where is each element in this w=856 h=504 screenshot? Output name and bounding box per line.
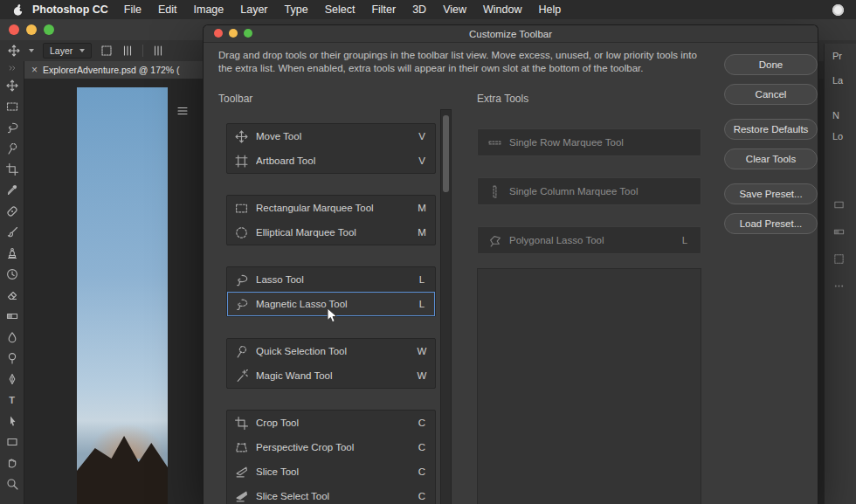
panel-icon[interactable] [833,226,845,238]
toolstrip-clone-stamp-button[interactable] [0,243,24,264]
menu-item-file[interactable]: File [124,3,142,16]
tab-properties[interactable]: Pr [832,51,842,61]
menu-item-view[interactable]: View [443,3,466,16]
tool-name: Elliptical Marquee Tool [256,227,409,238]
restore-defaults-button[interactable]: Restore Defaults [724,119,818,140]
menubar-items: FileEditImageLayerTypeSelectFilter3DView… [124,3,561,16]
toolstrip-eraser-button[interactable] [0,285,24,306]
toolstrip-rect-marquee-button[interactable] [0,96,24,117]
toolstrip-quick-selection-button[interactable] [0,138,24,159]
tab-layers[interactable]: La [832,75,843,86]
distribute-icons[interactable] [152,45,164,57]
align-left-icons[interactable] [121,45,134,57]
extra-tool-polygonal-lasso-tool[interactable]: Polygonal Lasso ToolL [477,226,701,254]
tool-shortcut: C [417,418,427,428]
quick-selection-icon [6,142,18,155]
tool-name: Single Column Marquee Tool [509,186,672,197]
scrollbar-thumb[interactable] [443,115,449,192]
toolstrip-zoom-button[interactable] [0,473,24,494]
collapse-toolbar-icon[interactable] [0,61,24,75]
toolstrip-spot-healing-button[interactable] [0,201,24,222]
hamburger-menu-icon[interactable] [176,105,189,117]
toolbar-item-slice-select-tool[interactable]: Slice Select ToolC [227,484,435,504]
tool-shortcut: C [417,491,427,501]
blend-mode-dropdown[interactable]: N [832,110,839,121]
toolstrip-ellipsis-button[interactable] [0,494,24,504]
toolstrip-eyedropper-button[interactable] [0,180,24,201]
tool-name: Magic Wand Tool [256,370,409,381]
extra-tool-single-column-marquee-tool[interactable]: Single Column Marquee Tool [477,177,701,205]
panel-icon[interactable] [833,199,845,211]
menu-item-filter[interactable]: Filter [371,3,396,16]
extra-tools-drop-area[interactable] [477,268,701,504]
tool-shortcut: W [417,346,427,356]
toolbar-item-artboard-tool[interactable]: Artboard ToolV [227,148,435,173]
toolstrip-blur-button[interactable] [0,327,24,348]
toolstrip-move-button[interactable] [0,75,24,96]
menu-item-type[interactable]: Type [285,3,308,16]
menu-item-3d[interactable]: 3D [412,3,426,16]
toolbar-item-crop-tool[interactable]: Crop ToolC [227,411,435,435]
mouse-cursor [327,307,338,328]
window-controls [9,24,54,35]
lasso-icon [6,121,18,134]
panel-icon[interactable] [833,253,845,265]
extra-tool-single-row-marquee-tool[interactable]: Single Row Marquee Tool [477,128,701,156]
description-line-2: the extra list. When enabled, extra tool… [218,62,742,75]
panel-icon[interactable] [833,280,845,292]
zoom-window-button[interactable] [44,24,54,35]
dialog-close-button[interactable] [214,29,223,38]
toolbar-item-magic-wand-tool[interactable]: Magic Wand ToolW [227,363,435,388]
toolstrip-dodge-button[interactable] [0,348,24,369]
transform-controls-icon[interactable] [100,45,113,57]
toolbar-scrollbar[interactable] [440,109,452,504]
tool-name: Crop Tool [256,418,409,428]
caret-down-icon [79,49,85,52]
menu-item-window[interactable]: Window [483,3,521,16]
auto-select-dropdown[interactable]: Layer [43,43,92,59]
toolbar-item-lasso-tool[interactable]: Lasso ToolL [227,267,435,292]
toolstrip-gradient-button[interactable] [0,306,24,327]
menu-item-select[interactable]: Select [325,3,356,16]
toolstrip-shape-button[interactable] [0,432,24,452]
toolstrip-lasso-button[interactable] [0,117,24,138]
toolbar-item-elliptical-marquee-tool[interactable]: Elliptical Marquee ToolM [227,220,435,245]
toolstrip-history-brush-button[interactable] [0,264,24,285]
toolstrip-crop-button[interactable] [0,159,24,180]
menubar-status-icon[interactable] [832,4,844,16]
close-window-button[interactable] [9,24,19,35]
toolbar-item-move-tool[interactable]: Move ToolV [227,124,435,148]
toolbar-item-slice-tool[interactable]: Slice ToolC [227,459,435,484]
toolbar-item-quick-selection-tool[interactable]: Quick Selection ToolW [227,339,435,363]
crop-icon [235,417,248,430]
menu-item-help[interactable]: Help [539,3,562,16]
menu-item-image[interactable]: Image [194,3,224,16]
dialog-minimize-button[interactable] [229,29,238,38]
toolstrip-brush-button[interactable] [0,222,24,243]
clear-tools-button[interactable]: Clear Tools [724,148,818,169]
menu-item-edit[interactable]: Edit [158,3,177,16]
toolbar-item-perspective-crop-tool[interactable]: Perspective Crop ToolC [227,435,435,459]
dialog-titlebar: Customize Toolbar [204,25,818,43]
toolstrip-path-select-button[interactable] [0,411,24,432]
brush-icon [6,226,18,238]
clone-stamp-icon [6,247,18,259]
toolstrip-hand-button[interactable] [0,452,24,473]
toolstrip-pen-button[interactable] [0,369,24,390]
minimize-window-button[interactable] [26,24,37,35]
menu-item-layer[interactable]: Layer [240,3,267,16]
load-preset-button[interactable]: Load Preset... [724,213,818,234]
document-tab[interactable]: × ExplorerAdventure.psd @ 172% ( [24,61,203,79]
magic-wand-icon [235,369,248,383]
dialog-description: Drag and drop tools or their groupings i… [218,49,742,75]
cancel-button[interactable]: Cancel [724,84,818,105]
ellipse-marquee-icon [235,226,248,239]
slice-icon [235,466,248,479]
save-preset-button[interactable]: Save Preset... [724,183,818,204]
toolstrip-type-button[interactable]: T [0,390,24,411]
apple-menu-icon[interactable] [12,3,24,17]
close-tab-icon[interactable]: × [31,65,38,75]
done-button[interactable]: Done [724,54,818,75]
toolbar-item-rectangular-marquee-tool[interactable]: Rectangular Marquee ToolM [227,196,435,220]
dialog-zoom-button[interactable] [244,29,252,38]
